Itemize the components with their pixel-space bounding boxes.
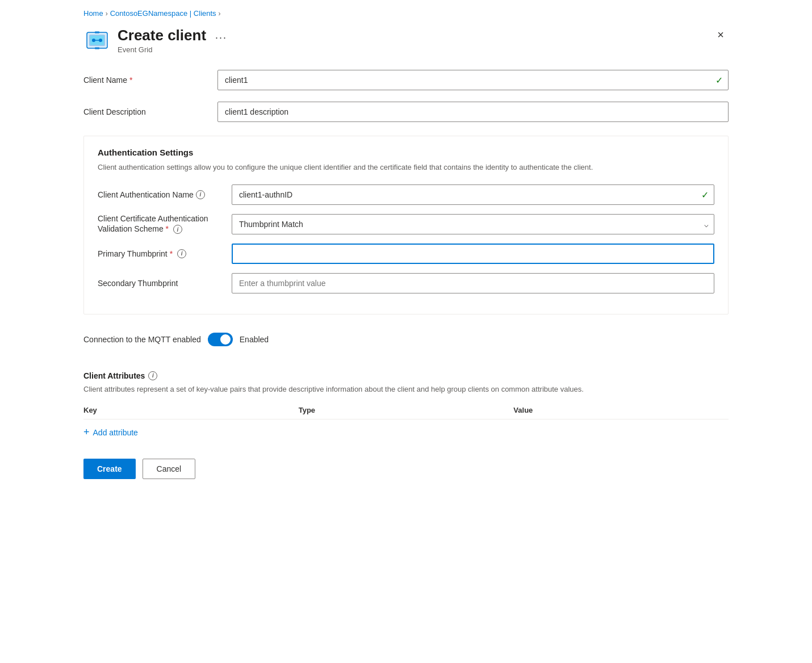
client-name-input[interactable] bbox=[217, 70, 729, 90]
auth-name-info-icon[interactable]: i bbox=[196, 190, 205, 199]
primary-thumbprint-info-icon[interactable]: i bbox=[177, 249, 186, 258]
svg-point-4 bbox=[92, 39, 95, 42]
client-description-label: Client Description bbox=[83, 107, 208, 116]
breadcrumb-sep-2: › bbox=[219, 10, 221, 18]
auth-name-checkmark: ✓ bbox=[701, 189, 709, 200]
client-description-input-wrapper bbox=[217, 102, 729, 122]
auth-name-row: Client Authentication Name i ✓ bbox=[98, 184, 714, 205]
col-type: Type bbox=[299, 406, 514, 414]
client-attrs-info-icon[interactable]: i bbox=[148, 371, 157, 380]
cert-validation-label: Client Certificate Authentication Valida… bbox=[98, 214, 223, 234]
breadcrumb-namespace[interactable]: ContosoEGNamespace | Clients bbox=[110, 9, 216, 18]
client-attrs-title: Client Attributes bbox=[83, 371, 145, 380]
primary-required: * bbox=[170, 249, 173, 258]
primary-thumbprint-input[interactable] bbox=[232, 244, 714, 264]
auth-name-input[interactable] bbox=[232, 184, 714, 205]
svg-rect-8 bbox=[95, 47, 99, 49]
subtitle: Event Grid bbox=[118, 45, 231, 54]
client-name-label: Client Name * bbox=[83, 75, 208, 85]
client-description-input[interactable] bbox=[217, 102, 729, 122]
app-icon bbox=[83, 27, 111, 54]
auth-settings-box: Authentication Settings Client authentic… bbox=[83, 136, 729, 314]
secondary-thumbprint-label: Secondary Thumbprint bbox=[98, 279, 223, 288]
auth-settings-title: Authentication Settings bbox=[98, 148, 714, 157]
form-section: Client Name * ✓ Client Description Authe… bbox=[83, 70, 729, 440]
header-title-area: Create client ... Event Grid bbox=[118, 27, 231, 54]
mqtt-label: Connection to the MQTT enabled bbox=[83, 335, 201, 344]
primary-thumbprint-row: Primary Thumbprint * i bbox=[98, 244, 714, 264]
col-key: Key bbox=[83, 406, 299, 414]
cert-info-icon[interactable]: i bbox=[173, 225, 182, 234]
client-attributes-section: Client Attributes i Client attributes re… bbox=[83, 371, 729, 441]
page-title: Create client bbox=[118, 27, 206, 44]
client-name-row: Client Name * ✓ bbox=[83, 70, 729, 90]
ellipsis-button[interactable]: ... bbox=[212, 28, 231, 43]
auth-name-label: Client Authentication Name i bbox=[98, 190, 223, 199]
breadcrumb: Home › ContosoEGNamespace | Clients › bbox=[83, 9, 729, 18]
footer-buttons: Create Cancel bbox=[83, 459, 729, 479]
secondary-thumbprint-input-wrapper bbox=[232, 273, 714, 293]
mqtt-toggle[interactable] bbox=[208, 333, 233, 346]
secondary-thumbprint-input[interactable] bbox=[232, 273, 714, 293]
cancel-button[interactable]: Cancel bbox=[143, 459, 196, 479]
auth-name-input-wrapper: ✓ bbox=[232, 184, 714, 205]
mqtt-row: Connection to the MQTT enabled Enabled bbox=[83, 333, 729, 346]
client-attrs-title-row: Client Attributes i bbox=[83, 371, 729, 380]
secondary-thumbprint-row: Secondary Thumbprint bbox=[98, 273, 714, 293]
primary-thumbprint-label: Primary Thumbprint * i bbox=[98, 249, 223, 258]
page-header: Create client ... Event Grid × bbox=[83, 27, 729, 54]
client-name-checkmark: ✓ bbox=[715, 75, 723, 86]
header-left: Create client ... Event Grid bbox=[83, 27, 231, 54]
close-button[interactable]: × bbox=[713, 27, 729, 43]
add-icon: + bbox=[83, 426, 90, 438]
auth-settings-desc: Client authentication settings allow you… bbox=[98, 162, 714, 173]
svg-rect-7 bbox=[95, 31, 99, 33]
cert-validation-select-wrapper: Thumbprint Match Subject Matches Authent… bbox=[232, 214, 714, 234]
primary-thumbprint-input-wrapper bbox=[232, 244, 714, 264]
cert-required: * bbox=[166, 224, 169, 233]
client-name-required: * bbox=[129, 75, 132, 85]
breadcrumb-sep-1: › bbox=[106, 10, 108, 18]
client-name-input-wrapper: ✓ bbox=[217, 70, 729, 90]
table-header: Key Type Value bbox=[83, 406, 729, 419]
add-attr-label: Add attribute bbox=[93, 428, 138, 437]
breadcrumb-home[interactable]: Home bbox=[83, 9, 103, 18]
client-attrs-desc: Client attributes represent a set of key… bbox=[83, 384, 729, 395]
cert-validation-select[interactable]: Thumbprint Match Subject Matches Authent… bbox=[232, 214, 714, 234]
create-button[interactable]: Create bbox=[83, 459, 136, 479]
col-value: Value bbox=[513, 406, 729, 414]
mqtt-enabled-text: Enabled bbox=[240, 335, 269, 344]
toggle-knob bbox=[220, 334, 231, 345]
cert-validation-row: Client Certificate Authentication Valida… bbox=[98, 214, 714, 234]
header-title-row: Create client ... bbox=[118, 27, 231, 44]
add-attribute-button[interactable]: + Add attribute bbox=[83, 424, 138, 440]
add-attr-row: + Add attribute bbox=[83, 424, 729, 440]
client-description-row: Client Description bbox=[83, 102, 729, 122]
svg-point-5 bbox=[99, 39, 102, 42]
